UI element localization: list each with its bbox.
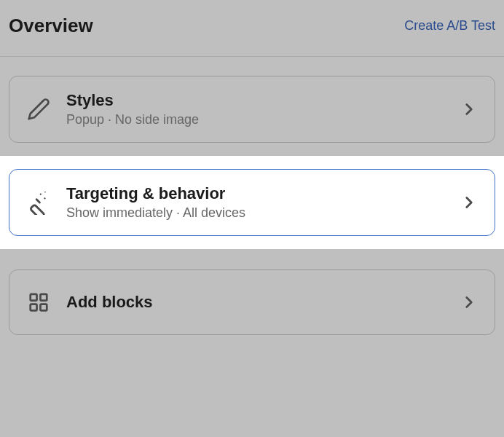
page-title: Overview (9, 15, 93, 37)
styles-card[interactable]: Styles Popup · No side image (9, 76, 495, 143)
magic-wand-icon (25, 189, 52, 216)
create-ab-test-link[interactable]: Create A/B Test (404, 18, 495, 34)
targeting-card-body: Targeting & behavior Show immediately · … (52, 184, 460, 221)
targeting-card-subtitle: Show immediately · All devices (66, 205, 460, 221)
chevron-right-icon (460, 293, 479, 312)
overview-header: Overview Create A/B Test (0, 0, 504, 57)
svg-rect-0 (30, 205, 44, 215)
svg-rect-3 (41, 294, 47, 301)
add-blocks-card-title: Add blocks (66, 293, 460, 312)
add-blocks-card[interactable]: Add blocks (9, 269, 495, 335)
targeting-card[interactable]: Targeting & behavior Show immediately · … (9, 169, 495, 236)
svg-rect-2 (31, 294, 37, 301)
blocks-icon (25, 289, 52, 315)
svg-rect-5 (41, 304, 47, 311)
highlight-section: Targeting & behavior Show immediately · … (0, 156, 504, 249)
add-blocks-card-body: Add blocks (52, 293, 460, 312)
content-area: Styles Popup · No side image Targeting &… (0, 57, 504, 344)
styles-card-subtitle: Popup · No side image (66, 112, 460, 127)
svg-line-1 (36, 200, 39, 202)
svg-rect-4 (31, 304, 37, 311)
chevron-right-icon (460, 193, 479, 212)
styles-card-title: Styles (66, 91, 460, 110)
pencil-icon (25, 96, 52, 122)
targeting-card-title: Targeting & behavior (66, 184, 460, 203)
chevron-right-icon (460, 100, 479, 119)
styles-card-body: Styles Popup · No side image (52, 91, 460, 127)
